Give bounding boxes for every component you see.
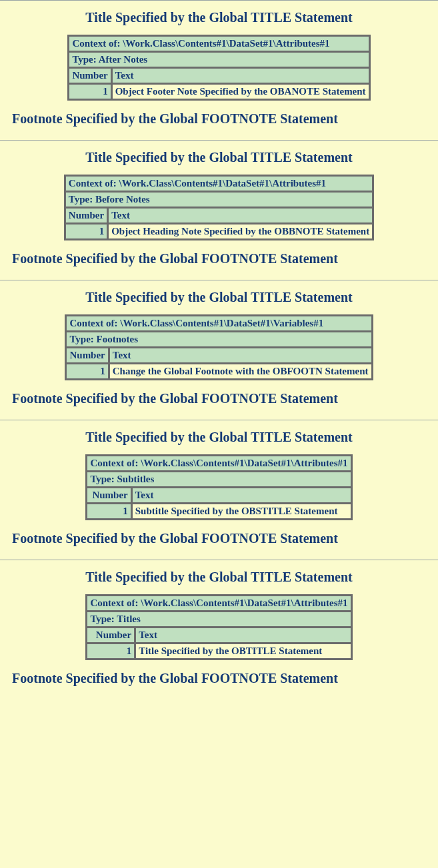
col-header-text: Text [135, 628, 351, 643]
col-header-number: Number [87, 628, 135, 643]
page-footnote: Footnote Specified by the Global FOOTNOT… [12, 671, 438, 686]
type-cell: Type: After Notes [69, 52, 369, 67]
page-title: Title Specified by the Global TITLE Stat… [0, 10, 438, 25]
output-table: Context of: \Work.Class\Contents#1\DataS… [67, 35, 370, 101]
col-header-number: Number [66, 348, 108, 363]
page-footnote: Footnote Specified by the Global FOOTNOT… [12, 111, 438, 127]
col-header-text: Text [132, 488, 351, 503]
col-header-number: Number [65, 208, 107, 223]
type-cell: Type: Before Notes [65, 192, 373, 207]
row-number: 1 [65, 224, 107, 239]
row-text: Title Specified by the OBTITLE Statement [135, 644, 351, 659]
output-table: Context of: \Work.Class\Contents#1\DataS… [65, 314, 373, 380]
col-header-number: Number [87, 488, 131, 503]
page-footnote: Footnote Specified by the Global FOOTNOT… [12, 391, 438, 406]
output-table: Context of: \Work.Class\Contents#1\DataS… [64, 175, 374, 240]
table-row: 1Object Heading Note Specified by the OB… [65, 224, 373, 239]
row-text: Object Heading Note Specified by the OBB… [108, 224, 373, 239]
context-cell: Context of: \Work.Class\Contents#1\DataS… [87, 596, 351, 611]
page-title: Title Specified by the Global TITLE Stat… [0, 150, 438, 165]
row-number: 1 [87, 644, 135, 659]
table-row: 1Subtitle Specified by the OBSTITLE Stat… [87, 504, 351, 519]
row-number: 1 [87, 504, 131, 519]
context-cell: Context of: \Work.Class\Contents#1\DataS… [65, 176, 373, 191]
output-table: Context of: \Work.Class\Contents#1\DataS… [85, 594, 352, 660]
type-cell: Type: Titles [87, 612, 351, 627]
row-number: 1 [69, 84, 111, 99]
page-footnote: Footnote Specified by the Global FOOTNOT… [12, 531, 438, 546]
page-title: Title Specified by the Global TITLE Stat… [0, 430, 438, 445]
context-cell: Context of: \Work.Class\Contents#1\DataS… [69, 36, 369, 51]
type-cell: Type: Subtitles [87, 472, 351, 487]
type-cell: Type: Footnotes [66, 332, 371, 347]
page-title: Title Specified by the Global TITLE Stat… [0, 290, 438, 305]
context-cell: Context of: \Work.Class\Contents#1\DataS… [66, 316, 371, 331]
page-footnote: Footnote Specified by the Global FOOTNOT… [12, 251, 438, 266]
table-row: 1Change the Global Footnote with the OBF… [66, 364, 371, 379]
col-header-text: Text [112, 68, 369, 83]
col-header-text: Text [109, 348, 372, 363]
page-title: Title Specified by the Global TITLE Stat… [0, 570, 438, 585]
output-table: Context of: \Work.Class\Contents#1\DataS… [85, 454, 352, 520]
table-row: 1Title Specified by the OBTITLE Statemen… [87, 644, 351, 659]
row-number: 1 [66, 364, 108, 379]
col-header-number: Number [69, 68, 111, 83]
context-cell: Context of: \Work.Class\Contents#1\DataS… [87, 456, 351, 471]
row-text: Object Footer Note Specified by the OBAN… [112, 84, 369, 99]
table-row: 1Object Footer Note Specified by the OBA… [69, 84, 369, 99]
col-header-text: Text [108, 208, 373, 223]
row-text: Subtitle Specified by the OBSTITLE State… [132, 504, 351, 519]
row-text: Change the Global Footnote with the OBFO… [109, 364, 372, 379]
